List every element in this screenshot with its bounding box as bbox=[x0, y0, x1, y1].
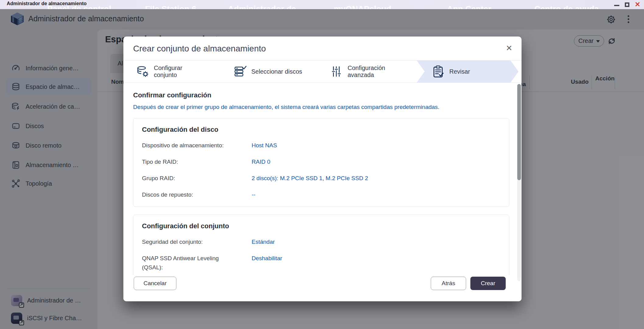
dialog-title: Crear conjunto de almacenamiento bbox=[133, 44, 266, 54]
row-label: Tipo de RAID: bbox=[142, 157, 252, 166]
dialog-header: Crear conjunto de almacenamiento ✕ bbox=[123, 37, 522, 60]
step-label-line1: Revisar bbox=[449, 68, 470, 75]
row-value: Estándar bbox=[252, 237, 275, 247]
dialog-body: Confirmar configuración Después de crear… bbox=[123, 83, 522, 275]
disks-check-icon bbox=[233, 65, 247, 78]
step-label-line2: conjunto bbox=[154, 72, 182, 79]
active-window-label: Administrador de almacenamiento bbox=[7, 1, 87, 6]
card-rows: Dispositivo de almacenamiento: Host NAS … bbox=[142, 137, 501, 203]
pool-configuration-card: Configuración del conjunto Seguridad del… bbox=[133, 215, 509, 275]
row-value: 2 disco(s): M.2 PCIe SSD 1, M.2 PCIe SSD… bbox=[252, 174, 368, 183]
row-raid-type: Tipo de RAID: RAID 0 bbox=[142, 154, 501, 170]
row-raid-group: Grupo RAID: 2 disco(s): M.2 PCIe SSD 1, … bbox=[142, 170, 501, 187]
default-folders-notice: Después de crear el primer grupo de alma… bbox=[133, 104, 509, 110]
row-label: Dispositivo de almacenamiento: bbox=[142, 141, 252, 150]
disk-configuration-card: Configuración del disco Dispositivo de a… bbox=[133, 118, 509, 207]
sliders-icon bbox=[330, 65, 343, 78]
row-value: RAID 0 bbox=[252, 157, 270, 166]
step-label-line1: Configurar bbox=[154, 65, 182, 72]
step-advanced-settings[interactable]: Configuración avanzada bbox=[330, 61, 385, 82]
card-title: Configuración del conjunto bbox=[142, 222, 501, 230]
step-label-line1: Configuración bbox=[348, 65, 385, 72]
row-value: -- bbox=[252, 190, 256, 199]
step-label: Configuración avanzada bbox=[348, 65, 385, 79]
step-label: Seleccionar discos bbox=[251, 68, 302, 75]
row-pool-security: Seguridad del conjunto: Estándar bbox=[142, 234, 501, 250]
step-review-active[interactable]: Revisar bbox=[417, 61, 518, 82]
dialog-scrollbar-track[interactable] bbox=[517, 84, 521, 281]
desktop-tab-myqnapcloud[interactable]: myQNAPcloud bbox=[334, 5, 391, 9]
row-label: Seguridad del conjunto: bbox=[142, 237, 252, 247]
clipboard-check-icon bbox=[431, 65, 445, 78]
step-label: Configurar conjunto bbox=[154, 65, 182, 79]
dialog-footer: Cancelar Atrás Crear bbox=[123, 275, 522, 301]
confirm-settings-heading: Confirmar configuración bbox=[133, 91, 509, 99]
row-label: Grupo RAID: bbox=[142, 174, 252, 183]
step-label-line2: avanzada bbox=[348, 72, 385, 79]
minimize-button[interactable] bbox=[614, 5, 619, 6]
row-value: Host NAS bbox=[252, 141, 277, 150]
wizard-steps-bar: Configurar conjunto Seleccionar discos bbox=[123, 60, 522, 83]
desktop-tab-storage-manager[interactable]: Administrador de bbox=[228, 5, 296, 9]
maximize-button[interactable] bbox=[625, 2, 629, 7]
card-title: Configuración del disco bbox=[142, 126, 501, 134]
dialog-scrollbar-thumb[interactable] bbox=[517, 84, 521, 180]
cancel-button[interactable]: Cancelar bbox=[134, 277, 176, 290]
desktop-tab-app-center[interactable]: App Center bbox=[447, 5, 491, 9]
create-storage-pool-dialog: Crear conjunto de almacenamiento ✕ bbox=[123, 37, 522, 301]
row-label: Discos de repuesto: bbox=[142, 190, 252, 199]
row-spare-disks: Discos de repuesto: -- bbox=[142, 187, 501, 203]
step-select-disks[interactable]: Seleccionar discos bbox=[233, 61, 302, 82]
row-label: QNAP SSD Antiwear Leveling (QSAL): bbox=[142, 254, 252, 272]
row-value: Deshabilitar bbox=[252, 254, 282, 272]
step-label: Revisar bbox=[449, 68, 470, 75]
row-qsal: QNAP SSD Antiwear Leveling (QSAL): Desha… bbox=[142, 250, 501, 275]
step-label-line1: Seleccionar discos bbox=[251, 68, 302, 75]
close-window-button[interactable]: ✕ bbox=[635, 1, 640, 8]
step-configure-pool[interactable]: Configurar conjunto bbox=[136, 61, 182, 82]
close-icon[interactable]: ✕ bbox=[506, 44, 512, 52]
desktop-tab-strip: Administrador de almacenamiento Panel de… bbox=[0, 0, 644, 9]
screen: Administrador de almacenamiento Panel de… bbox=[0, 0, 644, 329]
back-button[interactable]: Atrás bbox=[431, 277, 466, 290]
row-storage-device: Dispositivo de almacenamiento: Host NAS bbox=[142, 137, 501, 154]
create-button[interactable]: Crear bbox=[470, 277, 506, 290]
card-rows: Seguridad del conjunto: Estándar QNAP SS… bbox=[142, 234, 501, 275]
window-controls: ✕ bbox=[614, 0, 640, 9]
database-gear-icon bbox=[136, 65, 149, 78]
desktop-tab-file-station[interactable]: File Station 6 bbox=[145, 5, 196, 9]
desktop-tab-help-center[interactable]: Centro de ayuda bbox=[534, 5, 599, 9]
